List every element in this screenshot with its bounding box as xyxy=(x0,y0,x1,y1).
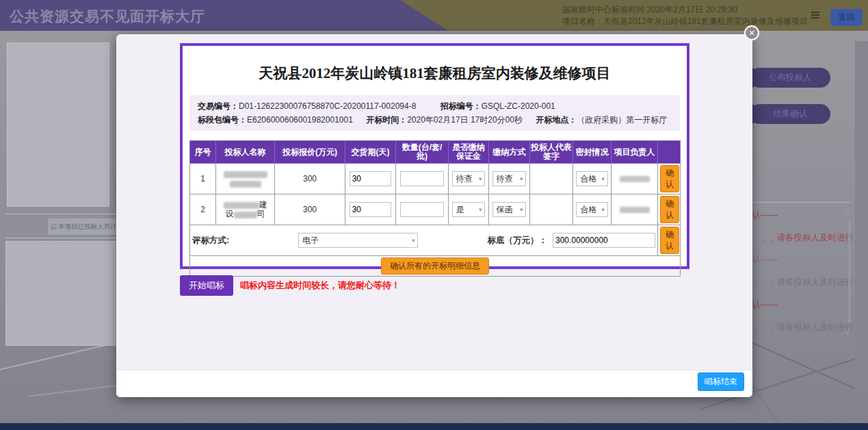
col-manager: 项目负责人 xyxy=(611,141,658,164)
project-title: 天祝县2012年炭山岭镇181套廉租房室内装修及维修项目 xyxy=(189,64,680,83)
table-header-row: 序号 投标人名称 投标报价(万元) 交货期(天) 数量(台/套/批) 是否缴纳保… xyxy=(190,141,681,164)
table-row: 2 建 设司 300 是∨ 保函∨ 合格∨ 确认 xyxy=(190,194,681,225)
chevron-down-icon: ∨ xyxy=(601,207,605,212)
bidders-count-text: 本项目已投标人共计 1家 xyxy=(58,223,118,231)
base-price-input[interactable] xyxy=(553,233,655,248)
scroll-up-icon[interactable]: ∧ xyxy=(844,206,851,216)
app-title: 公共资源交易不见面开标大厅 xyxy=(10,7,205,26)
open-place-label: 开标地点： xyxy=(536,115,577,125)
open-time-label: 开标时间： xyxy=(366,115,407,125)
chevron-down-icon: ∨ xyxy=(520,176,524,181)
confirm-row-button[interactable]: 确认 xyxy=(660,196,679,223)
left-panel-upper xyxy=(7,42,109,207)
feed-item: ，，，请各投标人及时进行 xyxy=(751,277,854,288)
confirm-all-row: 确认所有的开标明细信息 xyxy=(190,256,681,277)
standard-time-text: 国家授时中心标准时间 2020年2月17日 20:29:30 xyxy=(562,4,808,16)
paymethod-select[interactable]: 保函∨ xyxy=(492,202,527,217)
bid-price: 300 xyxy=(275,194,345,225)
quantity-input[interactable] xyxy=(400,202,444,217)
tender-no-value: GSQL-ZC-2020-001 xyxy=(482,101,555,111)
confirm-row-button[interactable]: 确认 xyxy=(660,227,679,254)
col-bidder: 投标人名称 xyxy=(216,141,275,164)
info-line-2: 标段包编号：E6206000606001982001001 开标时间：2020年… xyxy=(198,113,672,127)
scroll-down-icon[interactable]: ∨ xyxy=(844,327,851,337)
seal-select[interactable]: 合格∨ xyxy=(576,202,607,217)
manager-redacted xyxy=(611,164,658,194)
bidder-name-redacted: 建 设司 xyxy=(216,194,275,225)
chevron-down-icon: ∨ xyxy=(479,176,483,181)
start-chant-row: 开始唱标 唱标内容生成时间较长，请您耐心等待！ xyxy=(180,275,400,296)
confirm-all-button[interactable]: 确认所有的开标明细信息 xyxy=(381,257,489,275)
deposit-select[interactable]: 是∨ xyxy=(452,202,486,217)
start-chant-button[interactable]: 开始唱标 xyxy=(180,275,233,296)
close-icon[interactable]: ✕ xyxy=(744,25,759,40)
table-row: 1 300 待查∨ 待查∨ 合格∨ 确认 xyxy=(190,164,681,194)
col-deposit: 是否缴纳保证金 xyxy=(449,141,489,164)
scrollbar-track[interactable] xyxy=(848,220,851,323)
section-no-value: E6206000606001982001001 xyxy=(247,115,353,125)
col-seal: 密封情况 xyxy=(573,141,611,164)
page-footer-bar xyxy=(0,423,868,430)
publish-bidders-button[interactable]: 公布投标人 xyxy=(750,68,830,88)
col-action xyxy=(658,141,681,164)
col-signature: 投标人代表签字 xyxy=(530,141,573,164)
chant-wait-note: 唱标内容生成时间较长，请您耐心等待！ xyxy=(240,279,400,292)
bidders-count-note: ☑ 本项目已投标人共计 1家 xyxy=(48,218,118,235)
col-quantity: 数量(台/套/批) xyxy=(396,141,449,164)
deposit-select[interactable]: 待查∨ xyxy=(452,171,486,186)
col-price: 投标报价(万元) xyxy=(275,141,345,164)
top-header-bar: 公共资源交易不见面开标大厅 国家授时中心标准时间 2020年2月17日 20:2… xyxy=(0,0,868,31)
bid-table: 序号 投标人名称 投标报价(万元) 交货期(天) 数量(台/套/批) 是否缴纳保… xyxy=(189,140,681,277)
quantity-input[interactable] xyxy=(400,171,444,186)
col-paymethod: 缴纳方式 xyxy=(489,141,530,164)
open-place-value: （政府采购）第一开标厅 xyxy=(577,115,667,125)
bid-opening-modal: ✕ 天祝县2012年炭山岭镇181套廉租房室内装修及维修项目 交易编号：D01-… xyxy=(116,34,752,397)
page: ☑ 本项目已投标人共计 1家 公共资源交易不见面开标大厅 国家授时中心标准时间 … xyxy=(0,0,868,430)
menu-icon xyxy=(811,12,819,20)
bidder-name-redacted xyxy=(216,164,275,194)
result-confirm-button[interactable]: 结果确认 xyxy=(750,104,830,124)
signature-cell xyxy=(530,164,573,194)
header-info-block: 国家授时中心标准时间 2020年2月17日 20:29:30 项目名称：天祝县2… xyxy=(562,4,808,27)
row-no: 2 xyxy=(190,194,216,225)
col-no: 序号 xyxy=(190,141,216,164)
info-line-1: 交易编号：D01-12622300076758870C-20200117-002… xyxy=(198,99,672,113)
eval-method-label: 评标方式: xyxy=(192,235,229,246)
row-no: 1 xyxy=(190,164,216,194)
checkbox-icon: ☑ xyxy=(51,223,57,231)
eval-method-select[interactable]: 电子∨ xyxy=(298,233,418,248)
chevron-down-icon: ∨ xyxy=(479,207,483,212)
chant-finish-button[interactable]: 唱标结束 xyxy=(698,372,744,391)
chevron-down-icon: ∨ xyxy=(411,238,415,242)
signature-cell xyxy=(530,194,573,225)
eval-row: 评标方式: 电子∨ 标底（万元）： 确认 xyxy=(190,225,681,256)
base-price-label: 标底（万元）： xyxy=(487,235,547,246)
feed-item: ，，，请各投标人及时进行 xyxy=(751,322,854,333)
trade-no-value: D01-12622300076758870C-20200117-002094-8 xyxy=(239,101,416,111)
section-no-label: 标段包编号： xyxy=(198,115,247,125)
open-time-value: 2020年02月17日 17时20分00秒 xyxy=(407,115,523,125)
back-button[interactable]: 返回 xyxy=(830,9,863,26)
bid-price: 300 xyxy=(275,164,345,194)
feed-item: ，，，请各投标人及时进行 xyxy=(751,232,854,244)
manager-redacted xyxy=(611,194,658,225)
paymethod-select[interactable]: 待查∨ xyxy=(492,171,527,186)
chevron-down-icon: ∨ xyxy=(601,176,605,181)
hall-right-column xyxy=(855,41,868,397)
delivery-input[interactable] xyxy=(350,202,392,217)
chevron-down-icon: ∨ xyxy=(520,207,524,212)
trade-no-label: 交易编号： xyxy=(198,101,239,111)
modal-footer: 唱标结束 xyxy=(116,370,752,397)
delivery-input[interactable] xyxy=(350,171,392,186)
project-name-text: 项目名称：天祝县2012年炭山岭镇181套廉租房室内装修及维修项目 xyxy=(562,16,808,27)
col-delivery: 交货期(天) xyxy=(345,141,396,164)
tender-no-label: 招标编号： xyxy=(440,101,482,111)
confirm-row-button[interactable]: 确认 xyxy=(660,165,679,192)
bid-details-box: 天祝县2012年炭山岭镇181套廉租房室内装修及维修项目 交易编号：D01-12… xyxy=(180,43,689,269)
bid-info-panel: 交易编号：D01-12622300076758870C-20200117-002… xyxy=(189,95,680,131)
seal-select[interactable]: 合格∨ xyxy=(576,171,607,186)
